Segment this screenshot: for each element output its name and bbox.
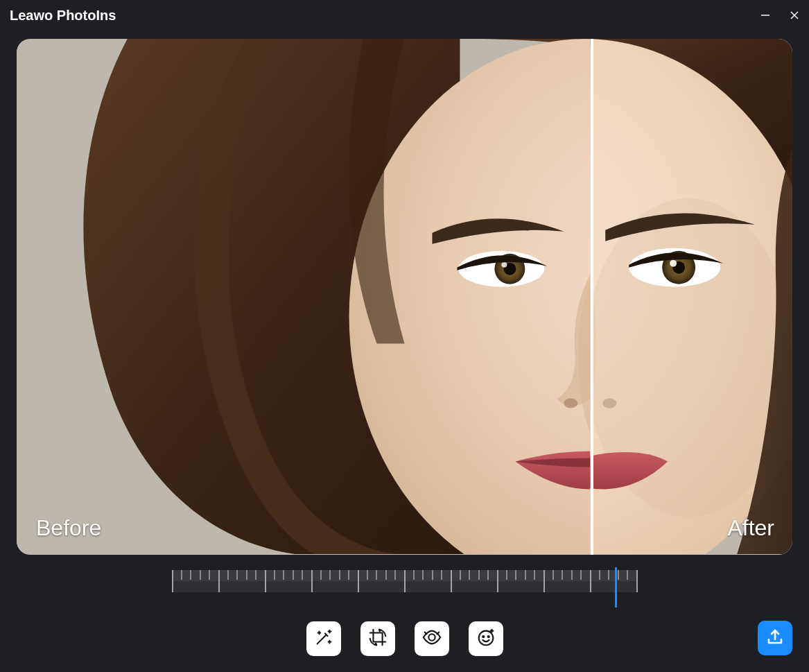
ruler-tick-small [627,570,628,580]
ruler-tick-big [497,570,498,592]
preview-area: Before After [17,39,792,555]
export-button[interactable] [758,621,792,655]
svg-point-28 [487,636,489,637]
auto-enhance-button[interactable] [306,621,341,656]
ruler-tick-big [265,570,266,592]
ruler-tick-big [590,570,591,592]
ruler-tick-small [515,570,516,580]
ruler-tick-small [422,570,424,580]
ruler-tick-small [441,570,442,580]
window-controls [760,10,799,20]
svg-point-16 [564,399,577,408]
ruler-tick-small [190,570,191,580]
ruler-tick-small [460,570,461,580]
titlebar: Leawo PhotoIns [0,0,809,31]
ruler-tick-big [404,570,406,592]
ruler-tick-small [200,570,201,580]
ruler-tick-small [236,570,238,580]
ruler-tick-small [367,570,368,580]
ruler-tick-small [506,570,507,580]
ruler-tick-small [599,570,600,580]
ruler-tick-small [255,570,256,580]
split-divider[interactable] [591,39,593,555]
ruler-tick-big [543,570,545,592]
export-icon [766,628,784,648]
magic-wand-icon [313,627,334,651]
ruler-tick-small [608,570,609,580]
zoom-ruler[interactable] [173,570,637,603]
ruler-tick-small [385,570,387,580]
svg-point-25 [428,634,435,640]
smiley-sparkle-icon [476,627,496,651]
eye-icon [421,627,442,651]
ruler-tick-big [358,570,359,592]
ruler-tick-big [636,570,638,592]
toolbar [0,621,809,656]
ruler-tick-small [293,570,294,580]
photo-preview [17,39,792,554]
svg-point-26 [478,631,493,646]
minimize-icon[interactable] [760,10,770,20]
eye-enhance-button[interactable] [415,621,449,656]
ruler-tick-small [274,570,275,580]
app-title: Leawo PhotoIns [10,8,116,24]
ruler-tick-small [227,570,229,580]
ruler-tick-small [413,570,415,580]
ruler-tick-small [469,570,470,580]
svg-point-11 [501,262,507,268]
svg-point-27 [482,636,484,637]
ruler-tick-small [348,570,349,580]
ruler-tick-small [246,570,247,580]
ruler-tick-small [562,570,563,580]
svg-point-23 [670,260,677,267]
ruler-tick-small [376,570,377,580]
ruler-tick-small [320,570,322,580]
ruler-tick-small [618,570,619,580]
ruler-tick-big [311,570,313,592]
zoom-ruler-wrap [0,570,809,603]
ruler-tick-big [172,570,173,592]
ruler-tick-small [487,570,489,580]
ruler-tick-small [525,570,526,580]
ruler-needle[interactable] [615,567,617,608]
face-enhance-button[interactable] [469,621,503,656]
ruler-tick-small [478,570,480,580]
ruler-tick-big [451,570,452,592]
ruler-tick-small [209,570,210,580]
ruler-tick-small [181,570,182,580]
close-icon[interactable] [790,10,799,20]
ruler-tick-big [218,570,220,592]
crop-rotate-icon [367,627,388,651]
ruler-tick-small [432,570,433,580]
after-label: After [727,515,774,541]
ruler-tick-small [580,570,582,580]
svg-point-24 [602,399,616,408]
before-label: Before [36,515,101,541]
ruler-tick-small [553,570,554,580]
ruler-tick-small [339,570,340,580]
ruler-tick-small [394,570,396,580]
ruler-tick-small [534,570,535,580]
ruler-tick-small [571,570,573,580]
ruler-tick-small [283,570,284,580]
crop-rotate-button[interactable] [360,621,395,656]
ruler-tick-small [329,570,331,580]
ruler-tick-small [302,570,303,580]
